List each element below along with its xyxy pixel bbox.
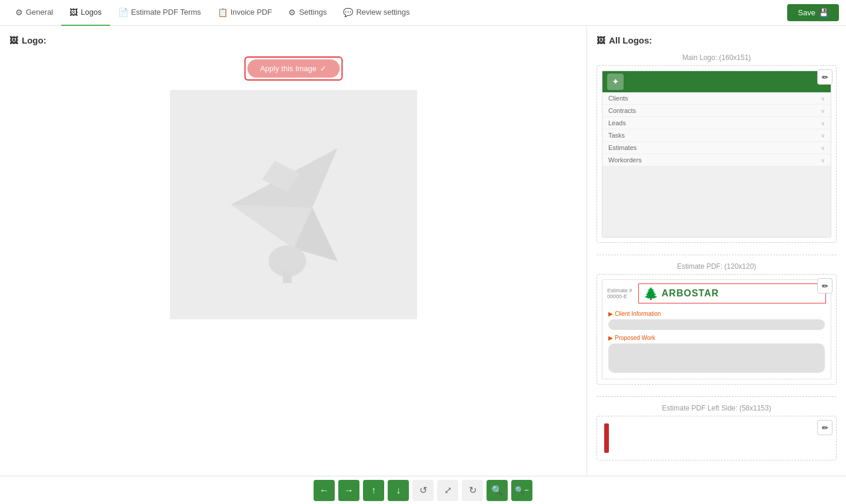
chat-icon: 💬 xyxy=(343,8,353,17)
save-button[interactable]: Save 💾 xyxy=(787,4,839,21)
menu-row: Leads∨ xyxy=(602,117,831,129)
tab-invoice-pdf[interactable]: 📋 Invoice PDF xyxy=(209,0,281,26)
nav-down-button[interactable]: ↓ xyxy=(388,480,409,501)
nav-left-button[interactable]: ← xyxy=(314,480,335,501)
zoom-in-button[interactable]: 🔍 xyxy=(487,480,508,501)
estimate-pdf-left-label: Estimate PDF Left Side: (58x1153) xyxy=(597,404,837,412)
checkmark-icon: ✓ xyxy=(320,64,327,73)
logo-preview-area xyxy=(170,90,417,319)
estimate-pdf-left-card: ✏ xyxy=(597,416,837,460)
tab-estimate-pdf-terms[interactable]: 📄 Estimate PDF Terms xyxy=(110,0,209,26)
logo-image xyxy=(199,111,388,299)
menu-row: Estimates∨ xyxy=(602,142,831,154)
resize-button[interactable]: ⤢ xyxy=(437,480,458,501)
apply-image-button[interactable]: Apply this Image ✓ xyxy=(247,59,339,78)
main-logo-preview: ✦ Clients∨ Contracts∨ Leads∨ Ta xyxy=(602,71,831,238)
right-panel[interactable]: 🖼 All Logos: Main Logo: (160x151) ✏ ✦ Cl… xyxy=(587,26,846,476)
estimate-pdf-left-section: Estimate PDF Left Side: (58x1153) ✏ xyxy=(597,404,837,460)
proposed-work-label: ▶ Proposed Work xyxy=(608,335,825,341)
tab-logos[interactable]: 🖼 Logos xyxy=(61,0,109,26)
all-logos-title: 🖼 All Logos: xyxy=(597,35,837,45)
svg-rect-5 xyxy=(282,271,291,283)
menu-row: Workorders∨ xyxy=(602,154,831,166)
menu-row: Clients∨ xyxy=(602,92,831,105)
estimate-pdf-section: Estimate PDF: (120x120) ✏ Estimate # 000… xyxy=(597,262,837,385)
left-panel: 🖼 Logo: Apply this Image ✓ xyxy=(0,26,587,476)
top-navigation: ⚙ General 🖼 Logos 📄 Estimate PDF Terms 📋… xyxy=(0,0,846,26)
save-icon: 💾 xyxy=(819,8,828,17)
main-logo-edit-button[interactable]: ✏ xyxy=(817,69,832,85)
doc-icon: 📄 xyxy=(118,8,128,17)
all-logos-icon: 🖼 xyxy=(597,35,605,45)
main-logo-body xyxy=(602,166,831,237)
rotate-right-button[interactable]: ↻ xyxy=(462,480,483,501)
tab-review-settings[interactable]: 💬 Review settings xyxy=(335,0,418,26)
main-logo-card: ✏ ✦ Clients∨ Contracts∨ Leads∨ xyxy=(597,65,837,243)
tab-general[interactable]: ⚙ General xyxy=(7,0,61,26)
main-logo-topbar: ✦ xyxy=(602,71,831,92)
clipboard-icon: 📋 xyxy=(218,8,228,17)
arbostar-logo: 🌲 ARBOSTAR xyxy=(638,283,826,303)
bottom-toolbar: ← → ↑ ↓ ↺ ⤢ ↻ 🔍 🔍− xyxy=(0,476,846,504)
pdf-side-bar xyxy=(604,423,609,453)
estimate-pdf-body: ▶ Client Information ▶ Proposed Work xyxy=(602,307,831,379)
client-info-label: ▶ Client Information xyxy=(608,311,825,317)
logo-star-icon: ✦ xyxy=(607,74,624,90)
estimate-pdf-label: Estimate PDF: (120x120) xyxy=(597,262,837,271)
settings-icon: ⚙ xyxy=(288,8,296,17)
client-info-bar xyxy=(608,319,825,330)
logo-panel-title: 🖼 Logo: xyxy=(9,35,46,45)
main-logo-section: Main Logo: (160x151) ✏ ✦ Clients∨ Contra… xyxy=(597,54,837,243)
tab-settings[interactable]: ⚙ Settings xyxy=(280,0,335,26)
estimate-pdf-edit-button[interactable]: ✏ xyxy=(817,278,832,293)
nav-up-button[interactable]: ↑ xyxy=(363,480,384,501)
estimate-pdf-left-edit-button[interactable]: ✏ xyxy=(817,420,832,435)
nav-right-button[interactable]: → xyxy=(338,480,359,501)
estimate-pdf-header: Estimate # 00000-E 🌲 ARBOSTAR xyxy=(602,280,831,307)
proposed-work-bar xyxy=(608,343,825,373)
main-layout: 🖼 Logo: Apply this Image ✓ xyxy=(0,26,846,476)
section-divider-2 xyxy=(597,396,837,397)
estimate-pdf-card: ✏ Estimate # 00000-E 🌲 ARBOSTAR xyxy=(597,274,837,385)
tree-icon: 🌲 xyxy=(644,286,658,301)
main-logo-label: Main Logo: (160x151) xyxy=(597,54,837,62)
logo-title-icon: 🖼 xyxy=(9,35,18,45)
pdf-side-preview xyxy=(602,421,831,455)
menu-row: Contracts∨ xyxy=(602,105,831,117)
menu-row: Tasks∨ xyxy=(602,129,831,142)
apply-image-highlight: Apply this Image ✓ xyxy=(244,56,342,81)
gear-icon: ⚙ xyxy=(15,8,23,17)
image-icon: 🖼 xyxy=(69,8,78,17)
menu-rows: Clients∨ Contracts∨ Leads∨ Tasks∨ Estima xyxy=(602,92,831,166)
section-divider xyxy=(597,255,837,255)
estimate-pdf-preview: Estimate # 00000-E 🌲 ARBOSTAR ▶ Client I… xyxy=(602,279,831,379)
rotate-left-button[interactable]: ↺ xyxy=(412,480,434,501)
estimate-number: Estimate # 00000-E xyxy=(607,288,632,299)
zoom-out-button[interactable]: 🔍− xyxy=(511,480,532,501)
